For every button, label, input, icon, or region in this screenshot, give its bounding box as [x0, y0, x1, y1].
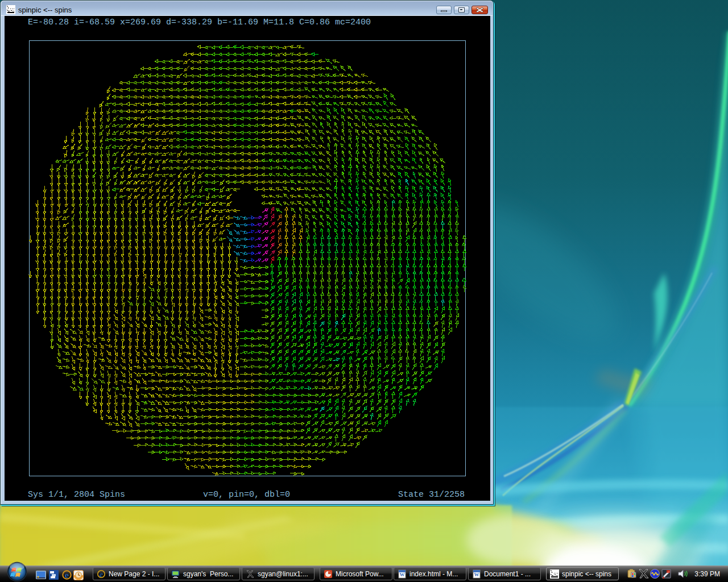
- svg-text:W: W: [400, 572, 405, 577]
- svg-text:W: W: [474, 572, 479, 577]
- svg-text:e: e: [100, 569, 103, 578]
- svg-text:e: e: [65, 570, 69, 580]
